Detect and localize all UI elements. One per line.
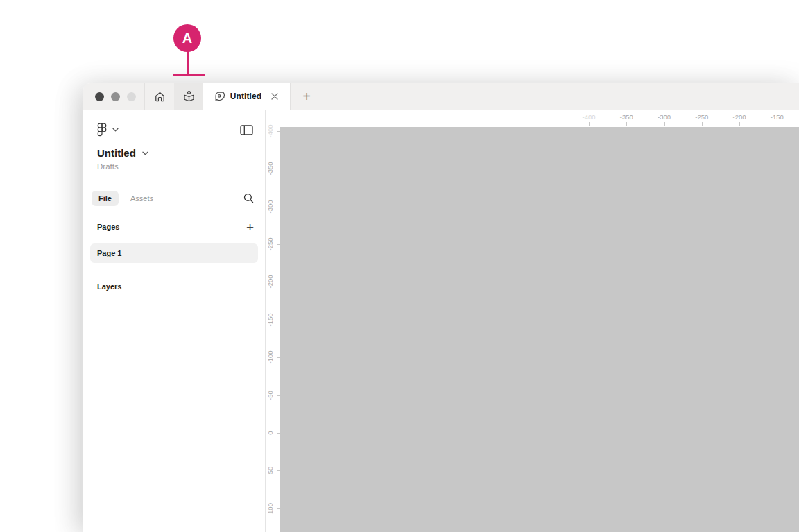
ruler-tick	[626, 122, 627, 126]
tab-assets[interactable]: Assets	[130, 194, 153, 203]
new-tab-button[interactable]: +	[291, 83, 323, 110]
tab-bar: Untitled +	[83, 83, 799, 110]
reader-icon	[182, 90, 196, 103]
home-tab[interactable]	[145, 83, 174, 110]
page-item-label: Page 1	[97, 249, 121, 257]
add-page-icon[interactable]: +	[246, 221, 254, 234]
annotation-label: A	[182, 31, 192, 46]
ruler-label: -250	[687, 113, 717, 121]
ruler-label: 0	[266, 419, 275, 447]
ruler-label: -250	[266, 230, 275, 258]
ruler-label: -350	[266, 155, 275, 182]
window-control-close[interactable]	[95, 92, 104, 101]
ruler-label: -50	[266, 381, 275, 409]
ruler-tick	[664, 122, 665, 126]
ruler-label: -150	[266, 306, 275, 334]
ruler-tick	[702, 122, 703, 126]
pages-section-header: Pages +	[83, 216, 265, 237]
chevron-down-icon[interactable]	[142, 151, 148, 155]
ruler-label: -300	[649, 113, 680, 121]
ruler-label: -350	[611, 113, 642, 121]
ruler-label: -200	[724, 113, 755, 121]
close-icon[interactable]	[270, 92, 279, 101]
window-controls	[83, 83, 145, 110]
figma-logo-icon[interactable]	[97, 123, 107, 137]
ruler-label: -400	[266, 117, 275, 145]
ruler-label: 50	[266, 456, 275, 484]
toggle-sidebar-icon[interactable]	[240, 125, 253, 135]
ruler-tick	[589, 122, 590, 126]
reader-tab[interactable]	[174, 83, 203, 110]
ruler-label: -400	[574, 113, 604, 121]
document-location[interactable]: Drafts	[83, 159, 265, 171]
chevron-down-icon[interactable]	[112, 128, 119, 132]
canvas-area: -400-350-300-250-200-150-100-50050100 -4…	[266, 110, 799, 532]
ruler-label: -100	[266, 343, 275, 371]
window-control-minimize[interactable]	[111, 92, 120, 101]
vertical-ruler[interactable]: -400-350-300-250-200-150-100-50050100	[266, 110, 280, 532]
ruler-label: -300	[266, 193, 275, 221]
ruler-label: -150	[762, 113, 792, 121]
figma-window: Untitled +	[83, 83, 799, 532]
sidebar-tabs: File Assets	[83, 185, 265, 212]
canvas-viewport[interactable]	[280, 127, 799, 532]
document-tab[interactable]: Untitled	[203, 83, 291, 110]
tab-bar-empty-space	[323, 83, 799, 110]
layers-header-label: Layers	[83, 273, 265, 300]
annotation-badge-a: A	[173, 24, 201, 52]
ruler-tick	[739, 122, 740, 126]
left-sidebar: Untitled Drafts File Assets	[83, 110, 266, 532]
home-icon	[154, 91, 166, 103]
draft-file-icon	[214, 91, 225, 102]
pages-header-label: Pages	[97, 223, 246, 231]
ruler-tick	[777, 122, 777, 126]
document-title[interactable]: Untitled	[97, 147, 136, 159]
annotation-pointer-base	[173, 74, 205, 76]
ruler-label: -200	[266, 268, 275, 295]
annotation-pointer-line	[187, 51, 189, 75]
tab-file[interactable]: File	[92, 191, 119, 206]
horizontal-ruler[interactable]: -400-350-300-250-200-150-100-50050100150…	[280, 110, 799, 127]
page-list-item-page-1[interactable]: Page 1	[90, 243, 258, 263]
screenshot-root: A	[0, 0, 799, 532]
new-tab-icon: +	[302, 89, 311, 105]
ruler-label: 100	[266, 495, 275, 522]
search-icon[interactable]	[243, 193, 254, 203]
document-tab-title: Untitled	[230, 92, 261, 101]
window-control-fullscreen[interactable]	[127, 92, 136, 101]
